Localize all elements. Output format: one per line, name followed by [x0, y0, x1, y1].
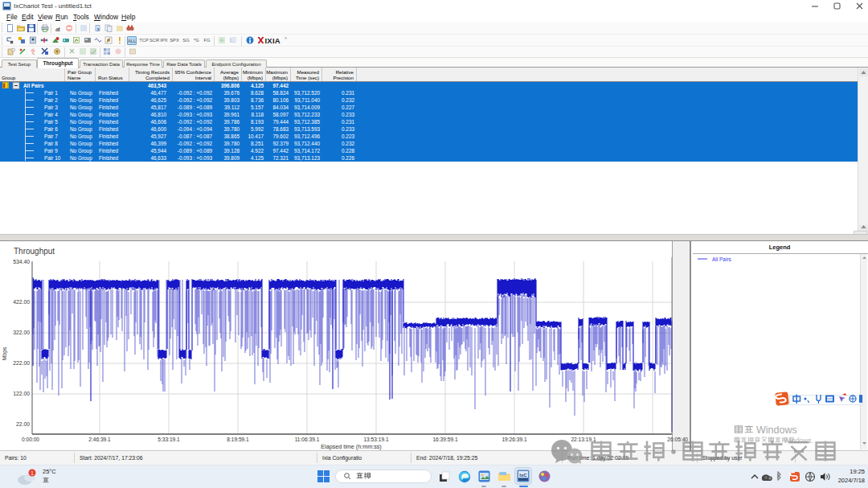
svg-text:Mbps: Mbps: [2, 347, 8, 360]
svg-text:16:39:59.1: 16:39:59.1: [432, 437, 457, 442]
svg-text:322.00: 322.00: [13, 330, 30, 335]
svg-text:8:19:59.1: 8:19:59.1: [227, 437, 249, 442]
svg-text:5:33:19.1: 5:33:19.1: [158, 437, 180, 442]
svg-text:Elapsed time (h:mm:ss): Elapsed time (h:mm:ss): [321, 443, 382, 450]
svg-text:422.00: 422.00: [13, 299, 30, 305]
svg-text:19:26:39.1: 19:26:39.1: [502, 437, 526, 442]
svg-text:Throughput: Throughput: [14, 247, 55, 256]
svg-text:IXIA: IXIA: [265, 36, 280, 45]
svg-text:Windows: Windows: [756, 424, 797, 436]
svg-text:All Pairs: All Pairs: [712, 256, 732, 262]
svg-text:122.00: 122.00: [13, 391, 30, 396]
svg-text:534.40: 534.40: [13, 259, 30, 265]
svg-text:222.00: 222.00: [13, 360, 30, 366]
svg-text:t: t: [59, 26, 61, 33]
svg-text:13:53:19.1: 13:53:19.1: [363, 437, 388, 442]
svg-text:®: ®: [285, 36, 287, 40]
svg-text:2:46:39.1: 2:46:39.1: [88, 437, 111, 442]
svg-text:0:00:00: 0:00:00: [22, 437, 39, 442]
svg-text:11:06:39.1: 11:06:39.1: [295, 437, 320, 442]
svg-text:22.00: 22.00: [16, 421, 30, 427]
